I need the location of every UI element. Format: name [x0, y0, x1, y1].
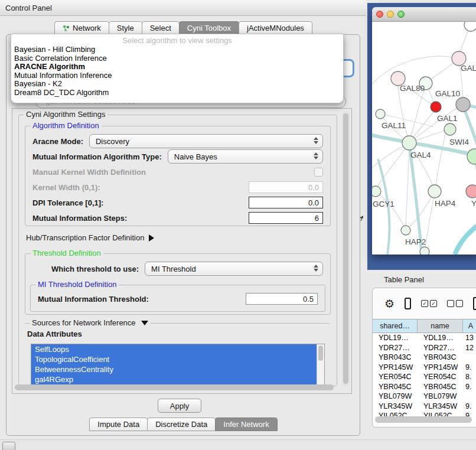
node-label: GAL1: [437, 114, 458, 123]
network-node[interactable]: [444, 123, 456, 135]
expander-arrow-icon: [141, 321, 148, 325]
combobox-value: Discovery: [96, 137, 129, 146]
tab-infer-network[interactable]: Infer Network: [215, 418, 277, 431]
deselect-all-checkboxes-icon[interactable]: [447, 300, 463, 307]
algorithm-definition-group: Algorithm Definition Aracne Mode: Discov…: [25, 126, 331, 226]
hub-tf-expander[interactable]: Hub/Transcription Factor Definition: [26, 233, 154, 242]
node-label: GCY1: [373, 200, 395, 208]
new-table-icon[interactable]: [473, 297, 476, 310]
network-window-titlebar[interactable]: [372, 7, 476, 22]
table-row[interactable]: YBR043CYBR043C: [373, 353, 476, 363]
tab-impute-data[interactable]: Impute Data: [89, 418, 148, 431]
panel-title: Control Panel: [5, 4, 52, 12]
close-traffic-light[interactable]: [376, 11, 383, 18]
algorithm-option[interactable]: Mutual Information Inference: [11, 71, 343, 80]
dropdown-placeholder: Select algorithm to view settings: [11, 34, 343, 45]
algorithm-option[interactable]: Dream8 DC_TDC Algorithm: [11, 89, 343, 97]
bottom-tab-bar: Impute Data Discretize Data Infer Networ…: [0, 418, 366, 431]
tab-discretize-data[interactable]: Discretize Data: [147, 418, 216, 431]
settings-vertical-scrollbar[interactable]: [342, 111, 350, 386]
network-node[interactable]: [372, 186, 381, 197]
sources-title: Sources for Network Inference: [32, 318, 136, 327]
table-horizontal-scrollbar[interactable]: [375, 416, 475, 423]
node-label: Y: [471, 199, 476, 208]
network-node[interactable]: [420, 247, 429, 255]
attribute-item-selected[interactable]: TopologicalCoefficient: [31, 354, 324, 364]
network-node-gal10[interactable]: [456, 97, 470, 112]
table-row[interactable]: YER054CYER054C8.: [373, 372, 476, 382]
attribute-list-scrollbar[interactable]: [317, 344, 324, 384]
network-node-gal1-selected[interactable]: [431, 102, 441, 112]
which-threshold-label: Which threshold to use:: [51, 265, 139, 273]
network-node-gal4[interactable]: [402, 136, 416, 150]
aracne-mode-combobox[interactable]: Discovery: [89, 134, 323, 148]
tab-label: Impute Data: [97, 418, 139, 431]
tab-label: Infer Network: [223, 418, 269, 431]
apply-button[interactable]: Apply: [158, 399, 201, 413]
apply-label: Apply: [170, 402, 190, 410]
attribute-item-selected[interactable]: gal4RGexp: [31, 374, 324, 384]
algorithm-option[interactable]: Bayesian - K2: [11, 80, 343, 89]
node-label: SWI4: [449, 138, 469, 146]
node-label: HAP2: [405, 237, 426, 246]
stepper-arrows-icon: [314, 137, 318, 144]
settings-horizontal-scrollbar[interactable]: [15, 384, 338, 392]
kernel-width-field[interactable]: 0.0: [249, 181, 323, 193]
mi-threshold-field[interactable]: 0.5: [246, 293, 318, 305]
network-node[interactable]: [467, 149, 476, 164]
tab-cyni-toolbox[interactable]: Cyni Toolbox: [179, 21, 239, 35]
column-header[interactable]: shared…: [373, 319, 418, 332]
network-node[interactable]: [401, 226, 410, 235]
group-title: Threshold Definition: [30, 249, 103, 257]
group-title: Algorithm Definition: [30, 121, 102, 130]
mi-steps-field[interactable]: 6: [249, 212, 323, 224]
network-node[interactable]: [464, 22, 476, 31]
tab-select[interactable]: Select: [142, 21, 180, 35]
table-row[interactable]: YBR045CYBR045C9.: [373, 382, 476, 392]
data-attributes-label: Data Attributes: [27, 330, 82, 338]
algorithm-option[interactable]: Bayesian - Hill Climbing: [11, 45, 343, 54]
which-threshold-combobox[interactable]: MI Threshold: [145, 262, 323, 276]
network-node[interactable]: [376, 109, 385, 119]
column-header[interactable]: A: [463, 319, 476, 332]
network-canvas[interactable]: GAL80 GAL10 GAL1 GAL11 SWI4 GAL4 GCY1 HA…: [372, 22, 476, 255]
stepper-arrows-icon: [314, 152, 318, 159]
dpi-tolerance-label: DPI Tolerance [0,1]:: [32, 198, 103, 207]
tab-style[interactable]: Style: [109, 21, 142, 35]
table-header-row: shared… name A: [373, 319, 476, 333]
table-row[interactable]: YBL079WYBL079W: [373, 392, 476, 402]
select-all-checkboxes-icon[interactable]: ✓✓: [421, 300, 437, 307]
network-node[interactable]: [466, 185, 476, 198]
network-icon: [63, 25, 70, 32]
collapsed-panel-icon[interactable]: [2, 442, 15, 450]
attribute-item-selected[interactable]: SelfLoops: [31, 344, 324, 354]
control-panel-titlebar: Control Panel: [0, 0, 366, 16]
table-row[interactable]: YDL19…YDL19…13: [373, 333, 476, 343]
tab-label: Style: [117, 22, 134, 34]
status-strip: [0, 439, 476, 450]
table-toolbar: ⚙ ✓✓: [373, 288, 476, 319]
attribute-item-selected[interactable]: BetweennessCentrality: [31, 364, 324, 374]
algorithm-option[interactable]: Basic Correlation Inference: [11, 54, 343, 63]
table-row[interactable]: YPR145WYPR145W9.: [373, 363, 476, 373]
mi-algorithm-type-combobox[interactable]: Naive Bayes: [168, 149, 323, 164]
node-label: GAL10: [435, 89, 460, 98]
zoom-traffic-light[interactable]: [397, 11, 405, 18]
gear-icon[interactable]: ⚙: [384, 298, 395, 309]
manual-kernel-checkbox[interactable]: [314, 168, 323, 177]
kernel-width-label: Kernel Width (0,1):: [32, 183, 100, 192]
minimize-traffic-light[interactable]: [387, 11, 394, 18]
table-row[interactable]: YDR27…YDR27…12: [373, 343, 476, 353]
sources-expander[interactable]: Sources for Network Inference: [30, 318, 151, 327]
table-panel: ⚙ ✓✓ shared… name A YDL19…YDL19…13 YDR27…: [372, 288, 476, 428]
algorithm-option-selected[interactable]: ARACNE Algorithm: [11, 63, 343, 71]
threshold-definition-group: Threshold Definition Which threshold to …: [25, 253, 331, 315]
columns-icon[interactable]: [405, 298, 411, 309]
tab-jactivemnodules[interactable]: jActiveMNodules: [239, 21, 312, 35]
tab-network[interactable]: Network: [54, 21, 109, 35]
network-node-hap4[interactable]: [428, 185, 441, 198]
group-title: Cyni Algorithm Settings: [24, 110, 107, 119]
dpi-tolerance-field[interactable]: 0.0: [249, 197, 323, 208]
table-row[interactable]: YLR345WYLR345W9.: [373, 402, 476, 412]
column-header[interactable]: name: [418, 319, 463, 332]
